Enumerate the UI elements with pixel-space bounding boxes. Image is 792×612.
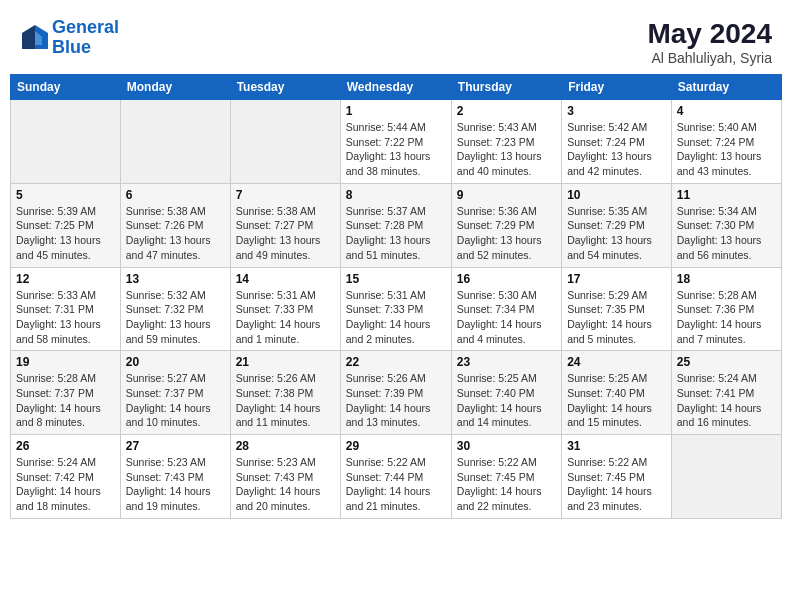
day-number: 16	[457, 272, 556, 286]
day-info: Sunrise: 5:29 AM Sunset: 7:35 PM Dayligh…	[567, 288, 666, 347]
location: Al Bahluliyah, Syria	[647, 50, 772, 66]
header-row: SundayMondayTuesdayWednesdayThursdayFrid…	[11, 75, 782, 100]
day-cell: 2Sunrise: 5:43 AM Sunset: 7:23 PM Daylig…	[451, 100, 561, 184]
col-header-tuesday: Tuesday	[230, 75, 340, 100]
day-number: 22	[346, 355, 446, 369]
day-number: 11	[677, 188, 776, 202]
day-number: 4	[677, 104, 776, 118]
day-number: 2	[457, 104, 556, 118]
day-cell	[230, 100, 340, 184]
logo-text: General Blue	[52, 18, 119, 58]
logo-icon	[20, 23, 50, 53]
col-header-sunday: Sunday	[11, 75, 121, 100]
day-number: 21	[236, 355, 335, 369]
day-number: 5	[16, 188, 115, 202]
day-cell: 13Sunrise: 5:32 AM Sunset: 7:32 PM Dayli…	[120, 267, 230, 351]
day-cell: 14Sunrise: 5:31 AM Sunset: 7:33 PM Dayli…	[230, 267, 340, 351]
week-row: 19Sunrise: 5:28 AM Sunset: 7:37 PM Dayli…	[11, 351, 782, 435]
day-cell: 9Sunrise: 5:36 AM Sunset: 7:29 PM Daylig…	[451, 183, 561, 267]
day-info: Sunrise: 5:35 AM Sunset: 7:29 PM Dayligh…	[567, 204, 666, 263]
day-info: Sunrise: 5:28 AM Sunset: 7:37 PM Dayligh…	[16, 371, 115, 430]
day-info: Sunrise: 5:27 AM Sunset: 7:37 PM Dayligh…	[126, 371, 225, 430]
day-cell: 20Sunrise: 5:27 AM Sunset: 7:37 PM Dayli…	[120, 351, 230, 435]
logo: General Blue	[20, 18, 119, 58]
week-row: 12Sunrise: 5:33 AM Sunset: 7:31 PM Dayli…	[11, 267, 782, 351]
day-info: Sunrise: 5:42 AM Sunset: 7:24 PM Dayligh…	[567, 120, 666, 179]
logo-line1: General	[52, 17, 119, 37]
day-number: 30	[457, 439, 556, 453]
day-info: Sunrise: 5:36 AM Sunset: 7:29 PM Dayligh…	[457, 204, 556, 263]
day-cell: 27Sunrise: 5:23 AM Sunset: 7:43 PM Dayli…	[120, 435, 230, 519]
day-cell: 19Sunrise: 5:28 AM Sunset: 7:37 PM Dayli…	[11, 351, 121, 435]
month-year: May 2024	[647, 18, 772, 50]
day-cell: 24Sunrise: 5:25 AM Sunset: 7:40 PM Dayli…	[562, 351, 672, 435]
col-header-friday: Friday	[562, 75, 672, 100]
day-cell: 15Sunrise: 5:31 AM Sunset: 7:33 PM Dayli…	[340, 267, 451, 351]
day-info: Sunrise: 5:30 AM Sunset: 7:34 PM Dayligh…	[457, 288, 556, 347]
day-cell: 1Sunrise: 5:44 AM Sunset: 7:22 PM Daylig…	[340, 100, 451, 184]
day-info: Sunrise: 5:26 AM Sunset: 7:39 PM Dayligh…	[346, 371, 446, 430]
day-info: Sunrise: 5:25 AM Sunset: 7:40 PM Dayligh…	[567, 371, 666, 430]
day-number: 8	[346, 188, 446, 202]
day-cell: 11Sunrise: 5:34 AM Sunset: 7:30 PM Dayli…	[671, 183, 781, 267]
day-cell: 12Sunrise: 5:33 AM Sunset: 7:31 PM Dayli…	[11, 267, 121, 351]
day-info: Sunrise: 5:37 AM Sunset: 7:28 PM Dayligh…	[346, 204, 446, 263]
day-number: 24	[567, 355, 666, 369]
day-number: 27	[126, 439, 225, 453]
day-cell: 5Sunrise: 5:39 AM Sunset: 7:25 PM Daylig…	[11, 183, 121, 267]
svg-marker-1	[22, 25, 35, 49]
day-info: Sunrise: 5:31 AM Sunset: 7:33 PM Dayligh…	[236, 288, 335, 347]
day-info: Sunrise: 5:24 AM Sunset: 7:42 PM Dayligh…	[16, 455, 115, 514]
day-number: 9	[457, 188, 556, 202]
day-info: Sunrise: 5:33 AM Sunset: 7:31 PM Dayligh…	[16, 288, 115, 347]
day-info: Sunrise: 5:38 AM Sunset: 7:27 PM Dayligh…	[236, 204, 335, 263]
day-info: Sunrise: 5:40 AM Sunset: 7:24 PM Dayligh…	[677, 120, 776, 179]
day-number: 1	[346, 104, 446, 118]
day-cell: 17Sunrise: 5:29 AM Sunset: 7:35 PM Dayli…	[562, 267, 672, 351]
day-info: Sunrise: 5:25 AM Sunset: 7:40 PM Dayligh…	[457, 371, 556, 430]
calendar-table: SundayMondayTuesdayWednesdayThursdayFrid…	[10, 74, 782, 519]
day-cell	[120, 100, 230, 184]
day-number: 10	[567, 188, 666, 202]
day-cell: 4Sunrise: 5:40 AM Sunset: 7:24 PM Daylig…	[671, 100, 781, 184]
day-cell: 7Sunrise: 5:38 AM Sunset: 7:27 PM Daylig…	[230, 183, 340, 267]
day-number: 15	[346, 272, 446, 286]
day-cell: 21Sunrise: 5:26 AM Sunset: 7:38 PM Dayli…	[230, 351, 340, 435]
day-cell	[671, 435, 781, 519]
day-info: Sunrise: 5:32 AM Sunset: 7:32 PM Dayligh…	[126, 288, 225, 347]
col-header-monday: Monday	[120, 75, 230, 100]
day-number: 19	[16, 355, 115, 369]
day-info: Sunrise: 5:31 AM Sunset: 7:33 PM Dayligh…	[346, 288, 446, 347]
day-cell: 6Sunrise: 5:38 AM Sunset: 7:26 PM Daylig…	[120, 183, 230, 267]
day-info: Sunrise: 5:22 AM Sunset: 7:44 PM Dayligh…	[346, 455, 446, 514]
day-cell: 29Sunrise: 5:22 AM Sunset: 7:44 PM Dayli…	[340, 435, 451, 519]
day-number: 20	[126, 355, 225, 369]
day-cell	[11, 100, 121, 184]
logo-line2: Blue	[52, 37, 91, 57]
week-row: 5Sunrise: 5:39 AM Sunset: 7:25 PM Daylig…	[11, 183, 782, 267]
day-cell: 8Sunrise: 5:37 AM Sunset: 7:28 PM Daylig…	[340, 183, 451, 267]
day-number: 18	[677, 272, 776, 286]
day-cell: 23Sunrise: 5:25 AM Sunset: 7:40 PM Dayli…	[451, 351, 561, 435]
day-number: 3	[567, 104, 666, 118]
day-info: Sunrise: 5:43 AM Sunset: 7:23 PM Dayligh…	[457, 120, 556, 179]
day-number: 13	[126, 272, 225, 286]
day-info: Sunrise: 5:23 AM Sunset: 7:43 PM Dayligh…	[236, 455, 335, 514]
day-number: 14	[236, 272, 335, 286]
day-number: 26	[16, 439, 115, 453]
page-header: General Blue May 2024 Al Bahluliyah, Syr…	[10, 10, 782, 66]
day-cell: 16Sunrise: 5:30 AM Sunset: 7:34 PM Dayli…	[451, 267, 561, 351]
day-number: 6	[126, 188, 225, 202]
col-header-saturday: Saturday	[671, 75, 781, 100]
day-number: 12	[16, 272, 115, 286]
day-number: 17	[567, 272, 666, 286]
title-block: May 2024 Al Bahluliyah, Syria	[647, 18, 772, 66]
day-info: Sunrise: 5:44 AM Sunset: 7:22 PM Dayligh…	[346, 120, 446, 179]
day-cell: 30Sunrise: 5:22 AM Sunset: 7:45 PM Dayli…	[451, 435, 561, 519]
day-info: Sunrise: 5:38 AM Sunset: 7:26 PM Dayligh…	[126, 204, 225, 263]
day-cell: 18Sunrise: 5:28 AM Sunset: 7:36 PM Dayli…	[671, 267, 781, 351]
day-number: 29	[346, 439, 446, 453]
day-cell: 28Sunrise: 5:23 AM Sunset: 7:43 PM Dayli…	[230, 435, 340, 519]
day-cell: 26Sunrise: 5:24 AM Sunset: 7:42 PM Dayli…	[11, 435, 121, 519]
day-cell: 22Sunrise: 5:26 AM Sunset: 7:39 PM Dayli…	[340, 351, 451, 435]
